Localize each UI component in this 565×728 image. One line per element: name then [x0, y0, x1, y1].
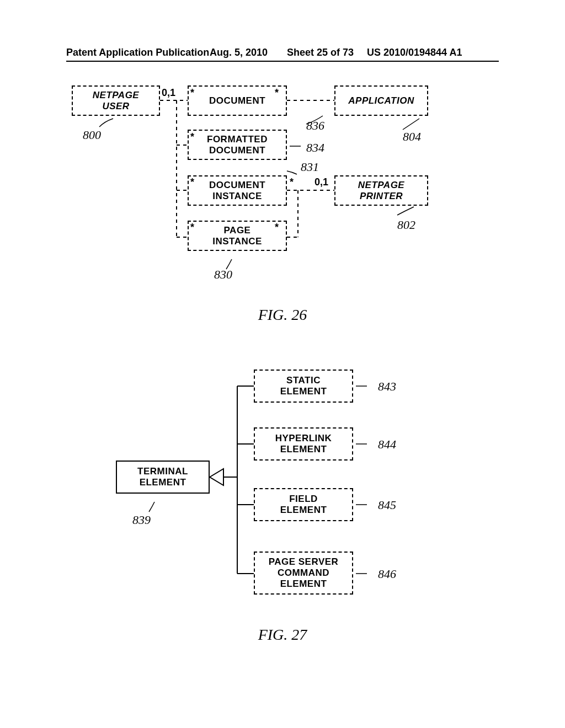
mult-pinst-l: *	[190, 222, 194, 233]
mult-user-r: 0,1	[162, 87, 175, 99]
fig26-caption: FIG. 26	[0, 306, 565, 324]
box-page-server-command-element: PAGE SERVER COMMAND ELEMENT	[254, 552, 353, 595]
pscmd-l3: ELEMENT	[280, 579, 327, 590]
netpage-printer-l2: PRINTER	[360, 191, 403, 202]
header-date: Aug. 5, 2010	[210, 47, 268, 58]
ref-836: 836	[306, 119, 324, 133]
mult-doc-l: *	[190, 87, 194, 99]
mult-pinst-r: *	[275, 222, 279, 233]
ref-845: 845	[378, 498, 396, 512]
box-page-instance: PAGE INSTANCE	[188, 221, 287, 251]
static-element-l2: ELEMENT	[280, 386, 327, 397]
hyperlink-element-l2: ELEMENT	[280, 444, 327, 455]
ref-846: 846	[378, 567, 396, 581]
page-instance-l2: INSTANCE	[212, 236, 262, 247]
box-formatted-document: FORMATTED DOCUMENT	[188, 130, 287, 160]
box-application: APPLICATION	[334, 85, 428, 116]
box-field-element: FIELD ELEMENT	[254, 488, 353, 521]
header-rule	[66, 61, 499, 62]
header-pub: US 2010/0194844 A1	[367, 47, 462, 58]
netpage-user-l1: NETPAGE	[93, 90, 139, 101]
box-document-instance: DOCUMENT INSTANCE	[188, 175, 287, 206]
box-terminal-element: TERMINAL ELEMENT	[116, 461, 210, 494]
page-instance-l1: PAGE	[224, 225, 251, 236]
terminal-element-l1: TERMINAL	[137, 466, 188, 477]
ref-830: 830	[214, 267, 232, 282]
box-document: DOCUMENT	[188, 85, 287, 116]
mult-dinst-l: *	[190, 176, 194, 188]
hyperlink-element-l1: HYPERLINK	[275, 433, 332, 444]
field-element-l2: ELEMENT	[280, 505, 327, 516]
ref-804: 804	[403, 130, 421, 144]
static-element-l1: STATIC	[286, 375, 321, 386]
document-label: DOCUMENT	[209, 95, 265, 106]
fig27-caption: FIG. 27	[0, 626, 565, 644]
document-instance-l1: DOCUMENT	[209, 180, 265, 191]
ref-800: 800	[83, 128, 101, 142]
box-netpage-user: NETPAGE USER	[72, 85, 160, 116]
mult-printer-l: 0,1	[315, 176, 328, 188]
netpage-user-l2: USER	[102, 101, 129, 112]
box-netpage-printer: NETPAGE PRINTER	[334, 175, 428, 206]
ref-831: 831	[301, 160, 319, 174]
document-instance-l2: INSTANCE	[212, 191, 262, 202]
mult-dinst-r: *	[290, 176, 294, 188]
header-left: Patent Application Publication	[66, 47, 209, 58]
ref-802: 802	[397, 218, 415, 232]
application-label: APPLICATION	[348, 95, 414, 106]
netpage-printer-l1: NETPAGE	[358, 180, 404, 191]
pscmd-l1: PAGE SERVER	[269, 556, 339, 568]
field-element-l1: FIELD	[289, 494, 318, 505]
ref-834: 834	[306, 141, 324, 155]
box-static-element: STATIC ELEMENT	[254, 370, 353, 403]
ref-843: 843	[378, 379, 396, 394]
ref-839: 839	[132, 513, 151, 527]
ref-844: 844	[378, 437, 396, 452]
box-hyperlink-element: HYPERLINK ELEMENT	[254, 427, 353, 461]
svg-marker-9	[210, 469, 223, 485]
mult-doc-r: *	[275, 87, 279, 99]
formatted-document-l2: DOCUMENT	[209, 145, 265, 156]
header-sheet: Sheet 25 of 73	[287, 47, 354, 58]
mult-fdoc-l: *	[190, 131, 194, 143]
terminal-element-l2: ELEMENT	[140, 477, 186, 488]
formatted-document-l1: FORMATTED	[207, 134, 268, 145]
pscmd-l2: COMMAND	[278, 568, 329, 579]
